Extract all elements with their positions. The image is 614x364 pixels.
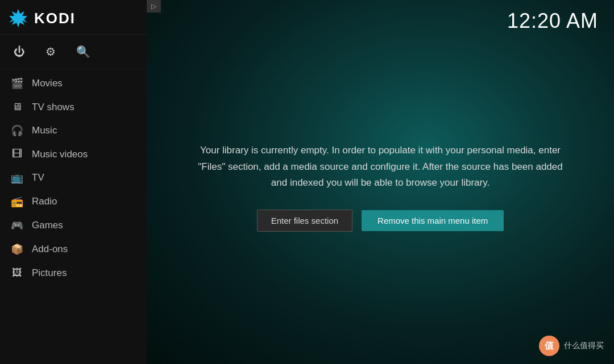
sidebar-item-label: Add-ons — [32, 244, 68, 255]
tv-icon: 📺 — [10, 171, 24, 184]
settings-button[interactable]: ⚙ — [43, 43, 58, 61]
sidebar-item-label: TV — [32, 172, 44, 183]
watermark-icon: 值 — [539, 336, 559, 356]
content-area: Your library is currently empty. In orde… — [147, 33, 614, 364]
music-icon: 🎧 — [10, 124, 24, 137]
search-button[interactable]: 🔍 — [74, 43, 93, 61]
sidebar-item-label: Movies — [32, 78, 63, 89]
music-videos-icon: 🎞 — [10, 148, 24, 160]
watermark: 值 什么值得买 — [539, 336, 604, 356]
expand-button[interactable]: ▷ — [147, 0, 161, 12]
sidebar-item-music-videos[interactable]: 🎞 Music videos — [0, 143, 147, 166]
sidebar-item-label: Music — [32, 125, 57, 136]
sidebar: KODI ⏻ ⚙ 🔍 🎬 Movies 🖥 TV shows 🎧 Music 🎞… — [0, 0, 147, 364]
sidebar-item-movies[interactable]: 🎬 Movies — [0, 72, 147, 95]
radio-icon: 📻 — [10, 195, 24, 208]
sidebar-nav: 🎬 Movies 🖥 TV shows 🎧 Music 🎞 Music vide… — [0, 69, 147, 364]
sidebar-item-label: Pictures — [32, 267, 67, 279]
kodi-logo-icon — [8, 8, 28, 28]
add-ons-icon: 📦 — [10, 243, 24, 256]
main-content: ▷ 12:20 AM Your library is currently emp… — [147, 0, 614, 364]
sidebar-item-pictures[interactable]: 🖼 Pictures — [0, 261, 147, 284]
pictures-icon: 🖼 — [10, 267, 24, 279]
app-title: KODI — [34, 10, 76, 27]
svg-marker-0 — [9, 9, 27, 27]
sidebar-item-label: Music videos — [32, 149, 88, 160]
sidebar-item-label: Games — [32, 220, 63, 231]
power-button[interactable]: ⏻ — [11, 43, 27, 61]
sidebar-item-label: TV shows — [32, 102, 74, 113]
sidebar-item-music[interactable]: 🎧 Music — [0, 119, 147, 143]
movies-icon: 🎬 — [10, 77, 24, 90]
sidebar-item-label: Radio — [32, 196, 57, 207]
sidebar-item-games[interactable]: 🎮 Games — [0, 214, 147, 237]
sidebar-icon-bar: ⏻ ⚙ 🔍 — [0, 35, 147, 69]
sidebar-item-add-ons[interactable]: 📦 Add-ons — [0, 237, 147, 261]
watermark-text: 什么值得买 — [564, 341, 604, 351]
games-icon: 🎮 — [10, 219, 24, 232]
remove-menu-item-button[interactable]: Remove this main menu item — [362, 210, 504, 231]
empty-library-message: Your library is currently empty. In orde… — [192, 143, 569, 192]
sidebar-item-tv[interactable]: 📺 TV — [0, 166, 147, 190]
sidebar-header: KODI — [0, 0, 147, 35]
action-buttons: Enter files section Remove this main men… — [257, 210, 504, 232]
sidebar-item-tv-shows[interactable]: 🖥 TV shows — [0, 95, 147, 119]
clock-display: 12:20 AM — [507, 9, 598, 33]
enter-files-button[interactable]: Enter files section — [257, 210, 352, 232]
top-bar: 12:20 AM — [147, 0, 614, 33]
sidebar-item-radio[interactable]: 📻 Radio — [0, 190, 147, 214]
tv-shows-icon: 🖥 — [10, 101, 24, 113]
